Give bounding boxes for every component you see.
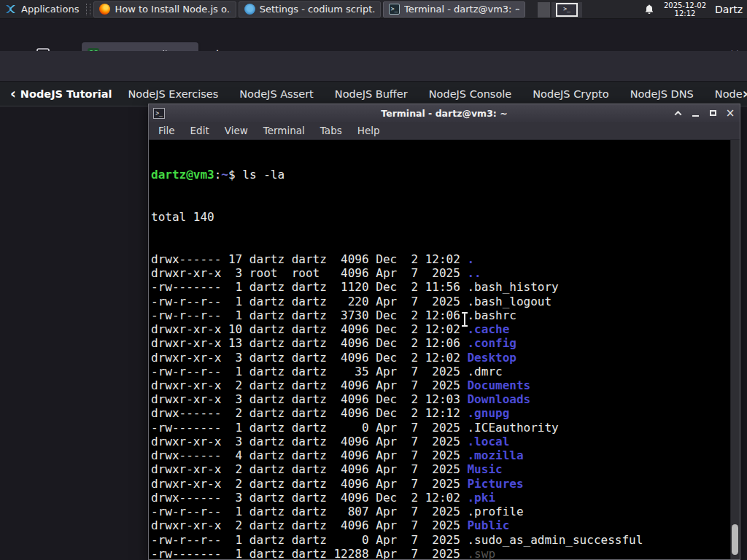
workspace-2[interactable]: >_ (551, 2, 582, 18)
sitenav-item-assert[interactable]: NodeJS Assert (239, 88, 314, 100)
top-panel: Applications How to Install Node.js o...… (0, 0, 747, 19)
terminal-line: -rw-r--r-- 1 dartz dartz 35 Apr 7 2025 .… (151, 365, 740, 378)
terminal-line: drwx------ 17 dartz dartz 4096 Dec 2 12:… (151, 252, 740, 266)
sitenav-item-truncated[interactable]: Node› (715, 87, 747, 101)
sitenav-item-crypto[interactable]: NodeJS Crypto (533, 88, 608, 100)
desktop: Applications How to Install Node.js o...… (0, 0, 747, 560)
terminal-shade-button[interactable] (673, 108, 683, 118)
menu-file[interactable]: File (158, 125, 175, 136)
terminal-line: -rw------- 1 dartz dartz 1120 Dec 2 11:5… (151, 280, 740, 294)
clock-time: 12:12 (664, 9, 706, 18)
terminal-line: drwxr-xr-x 3 dartz dartz 4096 Dec 2 12:0… (151, 351, 740, 365)
terminal-line: drwxr-xr-x 10 dartz dartz 4096 Dec 2 12:… (151, 322, 740, 336)
terminal-line: drwxr-xr-x 13 dartz dartz 4096 Dec 2 12:… (151, 336, 740, 350)
sitenav-item-buffer[interactable]: NodeJS Buffer (335, 88, 408, 100)
clock-date: 2025-12-02 (664, 1, 706, 9)
terminal-scrollbar[interactable] (730, 140, 740, 559)
terminal-line: -rw-r--r-- 1 dartz dartz 220 Apr 7 2025 … (151, 295, 740, 308)
site-nav-bar: ‹ NodeJS Tutorial NodeJS Exercises NodeJ… (0, 82, 747, 106)
taskbar-button-codium[interactable]: Settings - codium script... (239, 1, 381, 18)
terminal-line: -rw------- 1 dartz dartz 0 Apr 7 2025 .I… (151, 421, 740, 435)
terminal-line: drwxr-xr-x 2 dartz dartz 4096 Apr 7 2025… (151, 518, 740, 532)
terminal-menu-bar: File Edit View Terminal Tabs Help (149, 122, 740, 140)
terminal-maximize-button[interactable] (708, 108, 718, 118)
workspace-1[interactable] (538, 2, 550, 18)
terminal-minimize-button[interactable] (690, 108, 700, 118)
panel-handle (86, 4, 90, 15)
total-line: total 140 (151, 210, 740, 224)
terminal-line: drwx------ 4 dartz dartz 4096 Apr 7 2025… (151, 448, 740, 462)
terminal-line: drwxr-xr-x 3 dartz dartz 4096 Dec 2 12:0… (151, 392, 740, 406)
terminal-title-bar[interactable]: >_ Terminal - dartz@vm3: ~ × (149, 104, 740, 122)
terminal-line: -rw-r--r-- 1 dartz dartz 3730 Dec 2 12:0… (151, 308, 740, 322)
menu-help[interactable]: Help (357, 125, 380, 136)
terminal-line: drwxr-xr-x 2 dartz dartz 4096 Apr 7 2025… (151, 462, 740, 476)
panel-status-area: 2025-12-02 12:12 Dartz (643, 0, 744, 19)
terminal-close-button[interactable]: × (725, 108, 735, 118)
sitenav-item-console[interactable]: NodeJS Console (429, 88, 512, 100)
menu-view[interactable]: View (225, 125, 248, 136)
notification-bell-icon[interactable] (643, 4, 655, 15)
sitenav-back-link[interactable]: ‹ NodeJS Tutorial (10, 87, 112, 101)
taskbar-button-terminal[interactable]: >_ Terminal - dartz@vm3: ~ (383, 1, 525, 18)
firefox-nav-toolbar: ← → ⟳ https://www.geeksforgeeks.org/node… (0, 51, 747, 82)
terminal-line: drwxr-xr-x 3 dartz dartz 4096 Apr 7 2025… (151, 435, 740, 448)
terminal-window: >_ Terminal - dartz@vm3: ~ × File Edit V… (148, 104, 740, 560)
sitenav-item-exercises[interactable]: NodeJS Exercises (128, 88, 218, 100)
prompt-separator: : (214, 168, 222, 182)
sitenav-item-dns[interactable]: NodeJS DNS (630, 88, 694, 100)
prompt-command: ls -la (242, 168, 285, 182)
terminal-line: drwxr-xr-x 2 dartz dartz 4096 Apr 7 2025… (151, 477, 740, 491)
terminal-line: -rw-r--r-- 1 dartz dartz 0 Apr 7 2025 .s… (151, 533, 740, 547)
terminal-icon: >_ (389, 4, 400, 15)
terminal-line: drwxr-xr-x 2 dartz dartz 4096 Apr 7 2025… (151, 378, 740, 392)
firefox-icon (99, 4, 110, 15)
user-menu[interactable]: Dartz (715, 4, 744, 15)
terminal-output[interactable]: dartz@vm3:~$ ls -la total 140 drwx------… (149, 140, 740, 559)
prompt-path: ~ (221, 168, 228, 182)
terminal-scrollbar-thumb[interactable] (732, 524, 738, 555)
menu-terminal[interactable]: Terminal (263, 125, 305, 136)
taskbar: How to Install Node.js o... Settings - c… (93, 0, 525, 18)
terminal-line: -rw-r--r-- 1 dartz dartz 807 Apr 7 2025 … (151, 505, 740, 518)
chevron-left-icon: ‹ (10, 87, 16, 101)
workspace-pager[interactable]: >_ (538, 1, 582, 18)
applications-label: Applications (21, 4, 79, 15)
prompt-line: dartz@vm3:~$ ls -la (151, 168, 740, 182)
menu-edit[interactable]: Edit (190, 125, 209, 136)
prompt-symbol: $ (228, 168, 236, 182)
terminal-listing: drwx------ 17 dartz dartz 4096 Dec 2 12:… (151, 252, 740, 559)
prompt-user-host: dartz@vm3 (151, 168, 214, 182)
vscodium-icon (244, 4, 255, 15)
terminal-line: -rw------- 1 dartz dartz 12288 Apr 7 202… (151, 547, 740, 559)
terminal-line: drwxr-xr-x 3 root root 4096 Apr 7 2025 .… (151, 266, 740, 280)
clock[interactable]: 2025-12-02 12:12 (664, 1, 706, 18)
menu-tabs[interactable]: Tabs (320, 125, 342, 136)
sitenav-links: NodeJS Exercises NodeJS Assert NodeJS Bu… (128, 87, 747, 101)
chevron-right-icon: › (743, 87, 747, 101)
applications-menu[interactable]: Applications (0, 0, 83, 18)
firefox-tab-bar: GG How to Install Node.js on × + × (0, 19, 747, 51)
distro-logo-icon (4, 3, 17, 15)
mouse-cursor-ibeam (464, 314, 465, 325)
terminal-window-icon: >_ (153, 108, 165, 119)
taskbar-button-firefox[interactable]: How to Install Node.js o... (93, 1, 236, 18)
pager-terminal-window-icon: >_ (556, 3, 578, 17)
terminal-line: drwx------ 2 dartz dartz 4096 Dec 2 12:1… (151, 406, 740, 420)
terminal-title: Terminal - dartz@vm3: ~ (149, 108, 740, 119)
terminal-line: drwx------ 3 dartz dartz 4096 Dec 2 12:0… (151, 491, 740, 505)
